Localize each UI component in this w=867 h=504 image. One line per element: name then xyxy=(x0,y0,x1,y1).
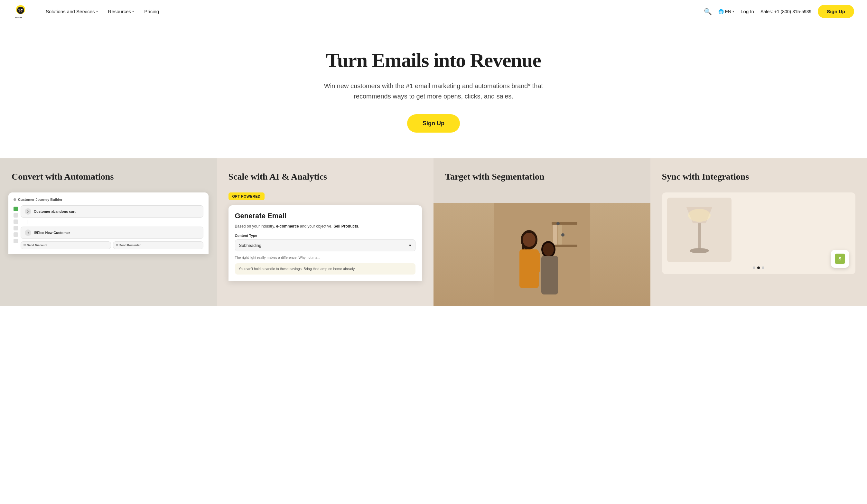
nav-links: Solutions and Services ▾ Resources ▾ Pri… xyxy=(41,6,704,17)
email-gen-desc: Based on your industry, e-commerce and y… xyxy=(235,223,416,229)
branch-icon: ⑂ xyxy=(25,229,31,236)
svg-rect-13 xyxy=(552,222,577,225)
sales-phone: Sales: +1 (800) 315-5939 xyxy=(760,9,811,14)
feature-automations: Convert with Automations Customer Journe… xyxy=(0,158,217,306)
node-discount-label: Send Discount xyxy=(27,244,47,247)
node-ifelse-label: If/Else New Customer xyxy=(34,231,70,235)
gen-response: You can't hold a candle to these savings… xyxy=(235,263,416,275)
nav-right: 🔍 🌐 EN ▾ Log In Sales: +1 (800) 315-5939… xyxy=(704,5,854,18)
svg-text:mailchimp: mailchimp xyxy=(13,18,26,19)
nav-resources[interactable]: Resources ▾ xyxy=(104,6,139,17)
sidebar-icon xyxy=(13,219,18,224)
nav-solutions[interactable]: Solutions and Services ▾ xyxy=(41,6,102,17)
automation-mockup: Customer Journey Builder ▷ Customer aban… xyxy=(8,192,208,254)
carousel-dot[interactable] xyxy=(753,267,755,269)
feature-segmentation-title: Target with Segmentation xyxy=(434,158,650,192)
nav-pricing[interactable]: Pricing xyxy=(140,6,163,17)
svg-rect-24 xyxy=(536,253,540,272)
content-type-label: Content Type xyxy=(235,234,416,237)
svg-point-9 xyxy=(20,11,22,12)
gen-text: The right light really makes a differenc… xyxy=(235,255,416,260)
svg-point-26 xyxy=(543,243,554,256)
chevron-down-icon: ▾ xyxy=(409,243,411,248)
mockup-dot xyxy=(13,198,16,201)
email-gen-card: Generate Email Based on your industry, e… xyxy=(228,205,422,281)
svg-point-6 xyxy=(19,9,20,10)
photo-bg xyxy=(434,203,650,306)
main-nav: INTUIT mailchimp Solutions and Services … xyxy=(0,0,867,23)
svg-rect-30 xyxy=(698,223,701,249)
svg-point-7 xyxy=(22,9,22,10)
search-icon[interactable]: 🔍 xyxy=(704,8,712,15)
signup-button-nav[interactable]: Sign Up xyxy=(818,5,854,18)
feature-ai-title: Scale with AI & Analytics xyxy=(228,171,422,182)
sidebar-icon xyxy=(13,213,18,217)
svg-point-22 xyxy=(523,233,536,247)
svg-rect-27 xyxy=(541,256,558,294)
feature-integrations: Sync with Integrations xyxy=(650,158,867,306)
journey-node-reminder: ✉ Send Reminder xyxy=(113,242,203,249)
play-icon: ▷ xyxy=(25,208,31,215)
node-cart-label: Customer abandons cart xyxy=(34,210,76,213)
chevron-down-icon: ▾ xyxy=(732,10,734,13)
feature-segmentation: Target with Segmentation xyxy=(434,158,650,306)
sidebar-icon xyxy=(13,226,18,230)
chevron-down-icon: ▾ xyxy=(132,10,134,13)
sell-products-link[interactable]: Sell Products xyxy=(333,224,358,228)
nav-pricing-label: Pricing xyxy=(144,9,159,14)
language-selector[interactable]: 🌐 EN ▾ xyxy=(718,9,734,14)
ai-mockup: GPT POWERED Generate Email Based on your… xyxy=(228,192,422,281)
sidebar-icon xyxy=(13,207,18,211)
hero-section: Turn Emails into Revenue Win new custome… xyxy=(0,23,867,158)
hero-heading: Turn Emails into Revenue xyxy=(13,49,854,72)
integration-carousel: S xyxy=(662,192,856,274)
language-label: EN xyxy=(725,9,731,14)
journey-node-discount: ✉ Send Discount xyxy=(21,242,111,249)
sidebar-icons xyxy=(13,205,18,249)
journey-leaf-nodes: ✉ Send Discount ✉ Send Reminder xyxy=(21,242,203,249)
email-icon: ✉ xyxy=(23,244,26,247)
svg-point-18 xyxy=(561,233,565,237)
carousel-dot-active[interactable] xyxy=(757,267,760,269)
svg-point-3 xyxy=(17,7,24,14)
hero-subtext: Win new customers with the #1 email mark… xyxy=(318,81,549,101)
email-gen-title: Generate Email xyxy=(235,212,416,220)
ecommerce-link[interactable]: e-commerce xyxy=(276,224,299,228)
node-reminder-label: Send Reminder xyxy=(119,244,141,247)
shopify-icon: S xyxy=(835,254,845,264)
carousel-dot[interactable] xyxy=(762,267,764,269)
carousel-dots xyxy=(667,267,850,269)
svg-rect-14 xyxy=(552,245,577,247)
sidebar-icon xyxy=(13,232,18,237)
svg-point-32 xyxy=(688,209,710,222)
journey-node-cart: ▷ Customer abandons cart xyxy=(21,205,203,217)
segmentation-photo xyxy=(434,203,650,306)
features-section: Convert with Automations Customer Journe… xyxy=(0,158,867,306)
svg-point-31 xyxy=(690,248,709,253)
nav-solutions-label: Solutions and Services xyxy=(46,9,95,14)
shopify-badge: S xyxy=(831,250,849,268)
email-icon: ✉ xyxy=(116,244,118,247)
journey-connector xyxy=(27,220,28,224)
globe-icon: 🌐 xyxy=(718,9,724,14)
content-type-select[interactable]: Subheading ▾ xyxy=(235,239,416,251)
mockup-body: ▷ Customer abandons cart ⑂ If/Else New C… xyxy=(13,205,203,249)
mockup-header: Customer Journey Builder xyxy=(13,197,203,202)
feature-automations-title: Convert with Automations xyxy=(12,171,205,182)
journey-node-ifelse: ⑂ If/Else New Customer xyxy=(21,227,203,239)
feature-ai: Scale with AI & Analytics GPT POWERED Ge… xyxy=(217,158,434,306)
feature-integrations-title: Sync with Integrations xyxy=(662,171,856,182)
journey-nodes: ▷ Customer abandons cart ⑂ If/Else New C… xyxy=(21,205,203,249)
svg-point-17 xyxy=(556,222,560,225)
chevron-down-icon: ▾ xyxy=(96,10,98,13)
signup-button-hero[interactable]: Sign Up xyxy=(407,114,460,132)
mailchimp-logo[interactable]: INTUIT mailchimp xyxy=(13,4,28,19)
login-link[interactable]: Log In xyxy=(740,9,754,14)
svg-rect-15 xyxy=(553,225,557,245)
nav-resources-label: Resources xyxy=(108,9,131,14)
integrations-content: S xyxy=(662,192,856,296)
sidebar-icon xyxy=(13,239,18,243)
gpt-badge: GPT POWERED xyxy=(228,192,265,200)
